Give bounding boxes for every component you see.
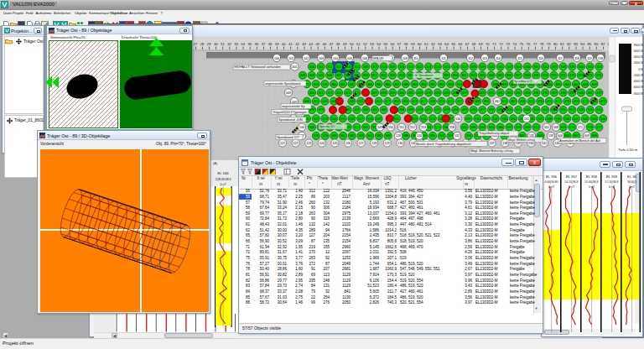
svg-text:19,249: 19,249 [367,222,379,227]
svg-text:254: 254 [323,295,330,300]
svg-text:1060,9: 1060,9 [385,267,397,271]
svg-text:428,9: 428,9 [387,216,397,221]
svg-text:211,7: 211,7 [387,289,397,294]
svg-text:75: 75 [246,256,251,260]
svg-text:2050: 2050 [342,300,351,305]
svg-text:EL1303D2-M: EL1303D2-M [475,284,498,288]
svg-text:4,61: 4,61 [465,206,472,210]
svg-text:2117: 2117 [342,195,351,199]
svg-text:2097: 2097 [342,250,351,254]
svg-text:810,7: 810,7 [387,233,397,237]
svg-text:79: 79 [311,289,316,294]
svg-text:1,60: 1,60 [295,267,303,271]
svg-text:272: 272 [309,262,315,266]
svg-text:3,30: 3,30 [465,222,472,227]
svg-text:2681: 2681 [342,267,351,271]
svg-text:131: 131 [323,284,330,288]
svg-text:1014,2: 1014,2 [385,228,397,232]
svg-text:1,41: 1,41 [295,250,303,254]
svg-text:EL1303D2-M: EL1303D2-M [475,273,498,277]
svg-text:69,77: 69,77 [260,211,270,216]
svg-text:35,47: 35,47 [278,195,288,199]
svg-text:keine Freigabe: keine Freigabe [510,239,535,243]
svg-text:keine Freigabe: keine Freigabe [510,206,535,210]
svg-text:EL1303D2-M: EL1303D2-M [475,233,498,237]
svg-text:88: 88 [246,300,251,305]
svg-text:51,42: 51,42 [260,228,270,232]
svg-text:30,64: 30,64 [278,300,288,305]
svg-text:m: m [277,182,280,186]
svg-text:2,95: 2,95 [295,279,303,283]
svg-text:2,89: 2,89 [465,289,472,294]
svg-text:99: 99 [311,300,316,305]
svg-text:57,82: 57,82 [260,233,270,237]
svg-text:68,71: 68,71 [260,195,270,199]
svg-text:486, 519, 520: 486, 519, 520 [400,284,423,288]
svg-text:32: 32 [325,289,330,294]
svg-text:31,67: 31,67 [278,250,288,254]
svg-text:Magn. Moment: Magn. Moment [354,176,380,180]
svg-text:6,837: 6,837 [370,239,380,243]
svg-text:18,934: 18,934 [367,206,379,210]
svg-text:32,92: 32,92 [278,245,288,249]
svg-text:170,3: 170,3 [387,273,397,277]
svg-text:654,1: 654,1 [387,262,397,266]
svg-text:67,64: 67,64 [260,206,270,210]
svg-text:2,80: 2,80 [295,216,303,221]
svg-text:1,687: 1,687 [370,267,380,271]
svg-text:keine Freiugabe: keine Freiugabe [510,273,538,277]
svg-text:142: 142 [323,222,330,227]
svg-text:EL1303D2-M: EL1303D2-M [475,245,498,249]
svg-text:1,40: 1,40 [295,189,303,193]
svg-text:56,86: 56,86 [260,279,270,283]
svg-text:3,76: 3,76 [295,262,303,266]
svg-text:3,12: 3,12 [465,211,472,216]
svg-text:154,4: 154,4 [387,279,397,283]
svg-text:Signallänge: Signallänge [456,176,476,180]
svg-text:33,37: 33,37 [278,289,288,294]
svg-text:270: 270 [309,250,315,254]
svg-text:87: 87 [325,262,330,266]
svg-text:keine Freigabe: keine Freigabe [510,201,535,205]
svg-text:304: 304 [323,211,330,216]
svg-text:85: 85 [246,295,251,300]
svg-text:3,06: 3,06 [465,256,472,260]
svg-text:EL1303D2-M: EL1303D2-M [475,239,498,243]
svg-text:Am²: Am² [363,182,371,186]
svg-text:Theta: Theta [318,176,328,180]
svg-text:207,1: 207,1 [387,256,397,260]
svg-text:486, 519, 520: 486, 519, 520 [400,262,423,266]
svg-text:61,94: 61,94 [260,245,270,249]
svg-text:427, 460, 461: 427, 460, 461 [400,206,423,210]
svg-text:3,56: 3,56 [465,295,472,300]
svg-text:keine Freigabe: keine Freigabe [510,262,535,266]
svg-text:393, 394, 427, 460, 461: 393, 394, 427, 460, 461 [400,211,440,216]
svg-text:4,35: 4,35 [295,228,303,232]
svg-text:60: 60 [246,216,251,221]
svg-text:X rel: X rel [257,176,264,180]
svg-text:3,97: 3,97 [465,273,472,277]
svg-text:31,90: 31,90 [278,201,288,205]
svg-text:m: m [293,182,297,186]
svg-text:83: 83 [246,284,251,288]
svg-text:631,2: 631,2 [387,201,397,205]
svg-text:2,75: 2,75 [295,295,303,300]
svg-text:35,17: 35,17 [278,211,288,216]
svg-text:nT: nT [385,182,390,186]
svg-text:1130: 1130 [342,295,351,300]
svg-text:2,435: 2,435 [370,233,380,237]
svg-text:518, 519, 520, 521, 522: 518, 519, 520, 521, 522 [400,233,440,237]
svg-text:EL1303D2-M: EL1303D2-M [475,222,498,227]
svg-text:keine Freigabe: keine Freigabe [510,284,535,288]
svg-text:Freigabe: Freigabe [510,228,525,232]
svg-text:3,20: 3,20 [295,233,303,237]
svg-text:2184: 2184 [342,206,351,210]
svg-text:427, 460, 461: 427, 460, 461 [400,289,423,294]
svg-text:2,18: 2,18 [295,211,303,216]
svg-text:76: 76 [246,262,251,266]
svg-text:122: 122 [323,189,330,193]
svg-text:248: 248 [323,279,330,283]
svg-text:58,72: 58,72 [260,300,270,305]
svg-text:57,84: 57,84 [260,284,270,288]
svg-text:92: 92 [325,256,330,260]
